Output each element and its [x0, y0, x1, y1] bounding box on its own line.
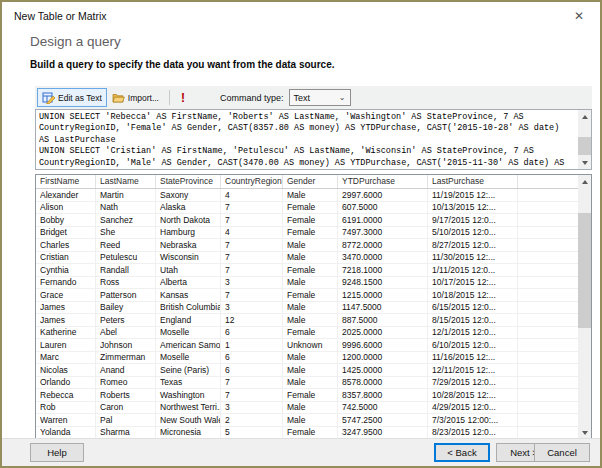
back-button[interactable]: < Back — [434, 443, 490, 462]
cell: Hamburg — [156, 227, 221, 239]
cell: 887.5000 — [338, 314, 428, 326]
table-row[interactable]: RobCaronNorthwest Terri...3Male742.50004… — [36, 402, 578, 415]
column-header[interactable]: Gender — [283, 175, 338, 188]
cell-filler — [518, 289, 578, 301]
cell: 7 — [221, 214, 283, 226]
cell: Female — [283, 389, 338, 401]
table-row[interactable]: JamesPetersEngland12Male887.50008/15/201… — [36, 314, 578, 327]
table-row[interactable]: GracePattersonKansas7Female1215.000010/1… — [36, 289, 578, 302]
cell: 8578.0000 — [338, 377, 428, 389]
cell: Katherine — [36, 327, 96, 339]
cell: Bobby — [36, 214, 96, 226]
cell: Male — [283, 252, 338, 264]
cell: Orlando — [36, 377, 96, 389]
cell: 7 — [221, 264, 283, 276]
cell: 5747.2500 — [338, 414, 428, 426]
scroll-up-icon[interactable] — [578, 110, 591, 123]
cancel-button[interactable]: Cancel — [534, 443, 590, 462]
cell: England — [156, 314, 221, 326]
cell: Micronesia — [156, 427, 221, 439]
cell: Pal — [96, 414, 156, 426]
cell: 7 — [221, 289, 283, 301]
import-button[interactable]: Import... — [107, 88, 164, 107]
cell: 7497.3000 — [338, 227, 428, 239]
table-row[interactable]: CynthiaRandallUtah7Female7218.10001/11/2… — [36, 264, 578, 277]
table-row[interactable]: KatherineAbelMoselle6Female2025.000012/1… — [36, 327, 578, 340]
query-text[interactable]: UNION SELECT 'Rebecca' AS FirstName, 'Ro… — [39, 112, 575, 167]
cell-filler — [518, 202, 578, 214]
cell: Moselle — [156, 352, 221, 364]
cell: Warren — [36, 414, 96, 426]
table-row[interactable]: WarrenPalNew South Wales2Male5747.25007/… — [36, 414, 578, 427]
cell: Female — [283, 427, 338, 439]
cell: Romeo — [96, 377, 156, 389]
cell: Cynthia — [36, 264, 96, 276]
table-row[interactable]: AlexanderMartinSaxony4Male2997.600011/19… — [36, 189, 578, 202]
table-row[interactable]: NicolasAnandSeine (Paris)6Male1425.00001… — [36, 364, 578, 377]
cell: 4/29/2015 12:0... — [428, 402, 518, 414]
scrollbar-thumb[interactable] — [578, 213, 591, 328]
cell: 9/17/2015 12:0... — [428, 214, 518, 226]
cell: 4 — [221, 189, 283, 201]
edit-as-text-button[interactable]: Edit as Text — [37, 88, 107, 107]
cell-filler — [518, 214, 578, 226]
cell: Grace — [36, 289, 96, 301]
query-error-icon: ! — [178, 91, 188, 105]
table-row[interactable]: JamesBaileyBritish Columbia3Male1147.500… — [36, 302, 578, 315]
cell-filler — [518, 302, 578, 314]
table-row[interactable]: LaurenJohnsonAmerican Samoa1Unknown9996.… — [36, 339, 578, 352]
cell: Rob — [36, 402, 96, 414]
cell: 7218.1000 — [338, 264, 428, 276]
command-type-select[interactable]: Text ⌄ — [289, 89, 351, 106]
cell: 7 — [221, 377, 283, 389]
cell-filler — [518, 339, 578, 351]
cell: Male — [283, 302, 338, 314]
cell: 7 — [221, 239, 283, 251]
table-row[interactable]: BridgetSheHamburg4Female7497.30005/10/20… — [36, 227, 578, 240]
command-type-label: Command type: — [220, 93, 284, 103]
cell: Petulescu — [96, 252, 156, 264]
column-header[interactable]: YTDPurchase — [338, 175, 428, 188]
table-row[interactable]: CristianPetulescuWisconsin7Male3470.0000… — [36, 252, 578, 265]
table-row[interactable]: BobbySanchezNorth Dakota7Female6191.0000… — [36, 214, 578, 227]
cell: 1147.5000 — [338, 302, 428, 314]
table-row[interactable]: FernandoRossAlberta3Male9248.150010/17/2… — [36, 277, 578, 290]
cell: 1425.0000 — [338, 364, 428, 376]
column-header[interactable]: LastName — [96, 175, 156, 188]
grid-scrollbar[interactable] — [578, 175, 591, 439]
table-row[interactable]: RebeccaRobertsWashington7Female8357.8000… — [36, 389, 578, 402]
column-header[interactable]: StateProvince — [156, 175, 221, 188]
query-text-editor[interactable]: UNION SELECT 'Rebecca' AS FirstName, 'Ro… — [35, 109, 592, 170]
cell: Sharma — [96, 427, 156, 439]
cell: 7/29/2015 12:0... — [428, 377, 518, 389]
query-results-grid: FirstNameLastNameStateProvinceCountryReg… — [35, 174, 592, 440]
scroll-up-icon[interactable] — [578, 175, 591, 188]
scroll-down-icon[interactable] — [578, 156, 591, 169]
cell: Female — [283, 227, 338, 239]
column-header[interactable]: FirstName — [36, 175, 96, 188]
column-header[interactable]: LastPurchase — [428, 175, 518, 188]
scrollbar-thumb[interactable] — [578, 137, 591, 155]
cell: 11/19/2015 12:... — [428, 189, 518, 201]
cell: Female — [283, 214, 338, 226]
cell: Roberts — [96, 389, 156, 401]
cell-filler — [518, 264, 578, 276]
cell: 12 — [221, 314, 283, 326]
column-header[interactable]: CountryRegionID — [221, 175, 283, 188]
table-row[interactable]: OrlandoRomeoTexas7Male8578.00007/29/2015… — [36, 377, 578, 390]
table-row[interactable]: CharlesReedNebraska7Male8772.00008/27/20… — [36, 239, 578, 252]
table-row[interactable]: MarcZimmermanMoselle6Male1200.000011/16/… — [36, 352, 578, 365]
cell: James — [36, 314, 96, 326]
query-editor-scrollbar[interactable] — [578, 110, 591, 169]
cell: Male — [283, 377, 338, 389]
help-button[interactable]: Help — [30, 443, 84, 462]
cell-filler — [518, 327, 578, 339]
cell: Female — [283, 202, 338, 214]
table-row[interactable]: AlisonNathAlaska7Female607.500010/13/201… — [36, 202, 578, 215]
cell: Female — [283, 264, 338, 276]
page-subtitle: Build a query to specify the data you wa… — [30, 59, 335, 70]
new-table-or-matrix-dialog: New Table or Matrix ✕ Design a query Bui… — [0, 0, 602, 468]
cell: 6/10/2015 12:0... — [428, 339, 518, 351]
cell: Bridget — [36, 227, 96, 239]
close-icon[interactable]: ✕ — [570, 8, 588, 24]
